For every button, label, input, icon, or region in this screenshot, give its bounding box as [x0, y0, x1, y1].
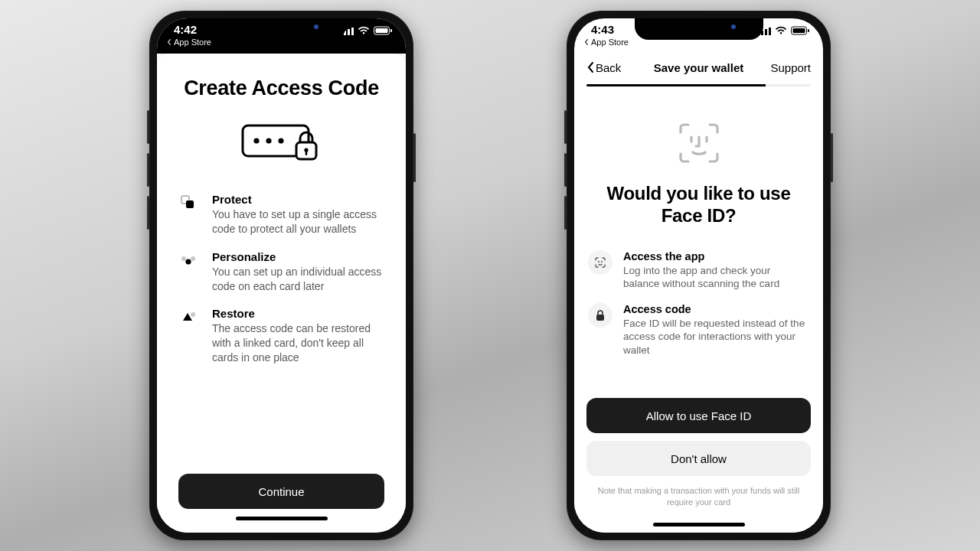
- status-time: 4:43: [591, 23, 614, 36]
- svg-point-30: [599, 261, 599, 262]
- svg-rect-6: [390, 29, 392, 32]
- allow-faceid-button[interactable]: Allow to use Face ID: [586, 398, 811, 433]
- status-breadcrumb-back[interactable]: App Store: [583, 37, 629, 47]
- restore-icon: [178, 308, 198, 328]
- svg-rect-32: [596, 315, 604, 321]
- feature-restore: Restore The access code can be restored …: [178, 307, 384, 365]
- svg-point-8: [253, 138, 259, 143]
- svg-rect-27: [808, 29, 809, 32]
- footnote: Note that making a transaction with your…: [586, 484, 811, 507]
- back-caret-icon: [166, 39, 172, 45]
- feature-personalize-body: You can set up an individual access code…: [212, 265, 384, 294]
- battery-icon: [791, 26, 809, 35]
- status-time: 4:42: [174, 23, 197, 36]
- svg-rect-24: [769, 28, 771, 35]
- svg-rect-13: [305, 151, 307, 155]
- feature-access-code-title: Access code: [623, 303, 809, 315]
- status-icons: [340, 26, 392, 35]
- feature-access-app-body: Log into the app and check your balance …: [623, 264, 809, 291]
- battery-icon: [374, 26, 392, 35]
- svg-point-20: [191, 312, 195, 317]
- feature-restore-title: Restore: [212, 307, 384, 320]
- left-content: Create Access Code: [157, 54, 406, 533]
- svg-point-17: [191, 256, 195, 261]
- lock-icon: [588, 303, 612, 328]
- status-breadcrumb-label: App Store: [174, 37, 211, 47]
- svg-point-31: [602, 261, 603, 262]
- screen-left: 4:42 App Store Create Access Code: [157, 18, 406, 533]
- right-content: Back Save your wallet Support: [574, 54, 823, 533]
- faceid-small-icon: [588, 250, 612, 275]
- protect-icon: [178, 194, 198, 214]
- svg-point-10: [278, 138, 283, 143]
- personalize-icon: [178, 252, 198, 272]
- feature-personalize-title: Personalize: [212, 250, 384, 263]
- wifi-icon: [358, 26, 370, 35]
- feature-protect: Protect You have to set up a single acce…: [178, 193, 384, 236]
- faceid-illustration-icon: [586, 119, 811, 168]
- feature-access-code: Access code Face ID will be requested in…: [586, 303, 811, 357]
- feature-personalize: Personalize You can set up an individual…: [178, 250, 384, 294]
- screen-right: 4:43 App Store Back Sa: [574, 18, 823, 533]
- notch: [217, 18, 346, 40]
- phone-right: 4:43 App Store Back Sa: [567, 11, 831, 540]
- nav-title: Save your wallet: [654, 61, 744, 74]
- feature-protect-body: You have to set up a single access code …: [212, 207, 384, 236]
- svg-point-16: [181, 256, 186, 261]
- nav-back-label: Back: [596, 61, 621, 74]
- chevron-left-icon: [586, 61, 594, 73]
- phone-left: 4:42 App Store Create Access Code: [149, 11, 413, 540]
- nav-back-button[interactable]: Back: [586, 61, 635, 74]
- notch: [635, 18, 763, 40]
- status-breadcrumb-back[interactable]: App Store: [166, 37, 211, 47]
- status-breadcrumb-label: App Store: [591, 37, 629, 47]
- svg-rect-15: [186, 201, 194, 208]
- status-icons: [757, 26, 809, 35]
- svg-rect-26: [793, 28, 805, 33]
- svg-rect-3: [351, 28, 354, 35]
- svg-point-18: [185, 259, 191, 264]
- feature-protect-title: Protect: [212, 193, 384, 206]
- feature-access-code-body: Face ID will be requested instead of the…: [623, 317, 809, 357]
- nav-support-button[interactable]: Support: [762, 61, 811, 74]
- wifi-icon: [775, 26, 787, 35]
- home-indicator[interactable]: [653, 523, 745, 527]
- svg-rect-5: [376, 28, 388, 33]
- svg-rect-23: [765, 29, 767, 35]
- feature-restore-body: The access code can be restored with a l…: [212, 321, 384, 365]
- continue-button[interactable]: Continue: [178, 474, 384, 509]
- back-caret-icon: [583, 39, 590, 45]
- feature-access-app-title: Access the app: [623, 250, 809, 262]
- page-title: Would you like to use Face ID?: [593, 183, 805, 227]
- svg-point-9: [266, 138, 271, 143]
- feature-access-app: Access the app Log into the app and chec…: [586, 250, 811, 291]
- page-title: Create Access Code: [178, 77, 384, 101]
- dont-allow-button[interactable]: Don't allow: [586, 441, 811, 476]
- progress-bar: [586, 84, 811, 86]
- home-indicator[interactable]: [236, 517, 328, 520]
- svg-rect-2: [348, 29, 350, 35]
- passcode-illustration: [178, 119, 384, 165]
